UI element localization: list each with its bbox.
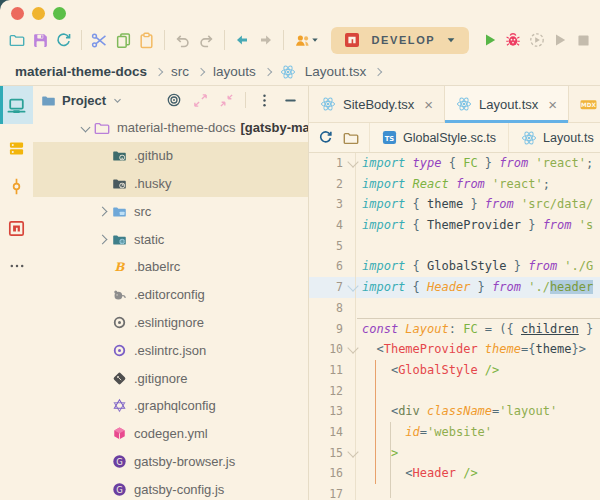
code-line[interactable]: 8 <box>309 298 600 319</box>
tab-index[interactable]: MDX inde <box>569 86 600 122</box>
sync-icon[interactable] <box>318 130 333 145</box>
tree-item-codegen-yml[interactable]: codegen.yml <box>33 420 308 448</box>
line-number[interactable]: 9 <box>309 319 356 340</box>
stop-icon <box>576 33 591 48</box>
back-button[interactable] <box>232 27 253 53</box>
close-window-button[interactable] <box>11 7 24 20</box>
code-line[interactable]: 2import React from 'react'; <box>309 174 600 195</box>
breadcrumb-file[interactable]: Layout.tsx <box>305 64 367 79</box>
tree-item-gatsby-config-js[interactable]: Ggatsby-config.js <box>33 475 308 500</box>
code-line[interactable]: 16 <Header /> <box>309 463 600 484</box>
code-with-me-button[interactable] <box>291 27 321 53</box>
collapse-all-icon[interactable] <box>219 93 234 108</box>
line-number[interactable]: 5 <box>309 236 356 257</box>
profile-button[interactable] <box>549 27 570 53</box>
paste-button[interactable] <box>136 27 157 53</box>
forward-button[interactable] <box>255 27 276 53</box>
project-tree[interactable]: material-theme-docs[gatsby-mate.github.h… <box>33 114 308 500</box>
tree-item-babelrc[interactable]: B.babelrc <box>33 253 308 281</box>
line-number[interactable]: 13 <box>309 401 356 422</box>
tree-item-github[interactable]: .github <box>33 142 308 170</box>
code-line[interactable]: 6import { GlobalStyle } from './G <box>309 256 600 277</box>
cut-button[interactable] <box>89 27 110 53</box>
folder-icon[interactable] <box>343 130 359 146</box>
chevron-right-icon[interactable] <box>98 206 108 216</box>
line-number[interactable]: 16 <box>309 463 356 484</box>
code-line[interactable]: 4import { ThemeProvider } from 's <box>309 215 600 236</box>
code-line[interactable]: 17 <box>309 484 600 500</box>
breadcrumb-project[interactable]: material-theme-docs <box>15 64 147 79</box>
code-line[interactable]: 3import { theme } from 'src/data/ <box>309 194 600 215</box>
tree-item-static[interactable]: static <box>33 225 308 253</box>
zoom-window-button[interactable] <box>53 7 66 20</box>
options-kebab-icon[interactable] <box>257 93 272 108</box>
line-number[interactable]: 17 <box>309 484 356 500</box>
tree-item-husky[interactable]: .husky <box>33 170 308 198</box>
line-number[interactable]: 8 <box>309 298 356 319</box>
tree-item-editorconfig[interactable]: .editorconfig <box>33 281 308 309</box>
line-number[interactable]: 12 <box>309 381 356 402</box>
stop-button[interactable] <box>573 27 594 53</box>
line-number[interactable]: 11 <box>309 360 356 381</box>
tree-item-material-theme-docs[interactable]: material-theme-docs[gatsby-mate <box>33 114 308 142</box>
tree-item-src[interactable]: src <box>33 197 308 225</box>
code-line[interactable]: 14 id='website' <box>309 422 600 443</box>
locate-file-icon[interactable] <box>166 92 182 108</box>
debug-button[interactable] <box>503 27 524 53</box>
code-editor[interactable]: 1import type { FC } from 'react';2import… <box>309 153 600 500</box>
tab-layout[interactable]: Layout.tsx × <box>445 86 569 122</box>
close-icon[interactable]: × <box>424 97 433 112</box>
code-line[interactable]: 5 <box>309 236 600 257</box>
tree-item-gatsby-browser-js[interactable]: Ggatsby-browser.js <box>33 448 308 476</box>
related-tab-layout[interactable]: Layout.ts <box>508 123 600 152</box>
hide-panel-icon[interactable] <box>283 93 298 108</box>
line-number[interactable]: 6 <box>309 256 356 277</box>
close-icon[interactable]: × <box>548 97 557 112</box>
open-folder-icon <box>9 32 25 48</box>
run-button[interactable] <box>479 27 500 53</box>
minimize-window-button[interactable] <box>32 7 45 20</box>
tool-stripe-more[interactable] <box>0 247 33 285</box>
redo-button[interactable] <box>195 27 216 53</box>
save-all-button[interactable] <box>29 27 50 53</box>
chevron-slot <box>77 124 94 131</box>
chevron-down-icon[interactable] <box>81 123 91 133</box>
tree-item-label: material-theme-docs <box>117 120 236 135</box>
tree-item-graphqlconfig[interactable]: .graphqlconfig <box>33 392 308 420</box>
copy-button[interactable] <box>112 27 133 53</box>
open-button[interactable] <box>6 27 27 53</box>
run-configuration-select[interactable]: DEVELOP <box>331 27 469 54</box>
line-number[interactable]: 14 <box>309 422 356 443</box>
tree-item-eslintrc-json[interactable]: .eslintrc.json <box>33 336 308 364</box>
undo-button[interactable] <box>172 27 193 53</box>
run-with-coverage-button[interactable] <box>526 27 547 53</box>
tool-stripe-version-control[interactable] <box>0 167 33 205</box>
chevron-right-icon <box>264 67 272 75</box>
code-line[interactable]: 12 <box>309 381 600 402</box>
chevron-right-icon[interactable] <box>98 234 108 244</box>
chevron-down-icon[interactable] <box>112 95 123 106</box>
tool-stripe-npm[interactable] <box>0 209 33 247</box>
related-tab-label: Layout.ts <box>543 131 594 145</box>
tool-stripe-structure[interactable] <box>0 129 33 167</box>
tree-item-gitignore[interactable]: .gitignore <box>33 364 308 392</box>
related-tab-label: GlobalStyle.sc.ts <box>403 131 496 145</box>
tab-sitebody[interactable]: SiteBody.tsx × <box>309 86 445 122</box>
project-panel-title[interactable]: Project <box>62 93 106 108</box>
code-line[interactable]: 11 <GlobalStyle /> <box>309 360 600 381</box>
sync-button[interactable] <box>53 27 74 53</box>
line-number[interactable]: 2 <box>309 174 356 195</box>
toolbar-separator <box>81 30 82 50</box>
tree-item-eslintignore[interactable]: .eslintignore <box>33 309 308 337</box>
tool-stripe-project[interactable] <box>0 86 33 124</box>
related-tab-globalstyle[interactable]: TS GlobalStyle.sc.ts <box>369 123 508 152</box>
line-number[interactable]: 3 <box>309 194 356 215</box>
code-line[interactable]: 9const Layout: FC = ({ children } <box>309 319 600 340</box>
expand-all-icon[interactable] <box>193 93 208 108</box>
forward-arrow-icon <box>258 32 274 48</box>
breadcrumb-src[interactable]: src <box>171 64 189 79</box>
code-line[interactable]: 13 <div className='layout' <box>309 401 600 422</box>
breadcrumb-layouts[interactable]: layouts <box>213 64 256 79</box>
titlebar[interactable] <box>0 0 600 22</box>
line-number[interactable]: 4 <box>309 215 356 236</box>
